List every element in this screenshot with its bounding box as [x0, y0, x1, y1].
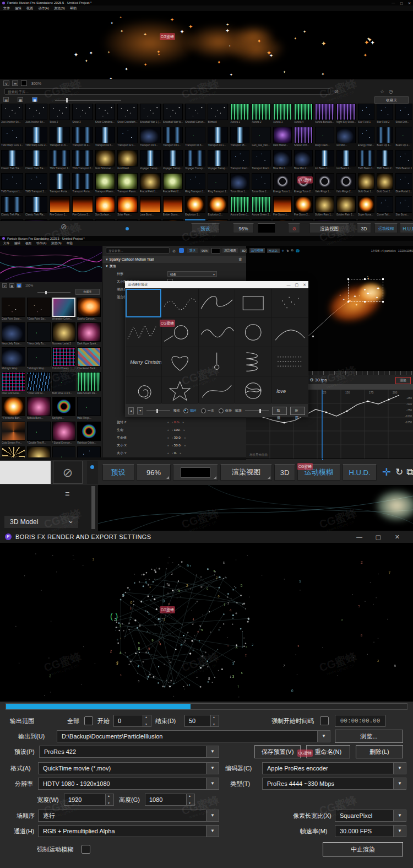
library-cell[interactable]: Snow Grandfath...: [117, 104, 138, 126]
library-cell[interactable]: Ion Beam 1...: [315, 150, 334, 172]
render-view-button[interactable]: 渲染视图: [309, 223, 349, 233]
emitter-thumbnail[interactable]: [77, 347, 101, 366]
emitter-thumbnail[interactable]: [294, 150, 313, 166]
library-cell[interactable]: Scatter Drift...: [294, 127, 313, 149]
library-cell[interactable]: Fire Storm 2...: [294, 196, 313, 218]
library-cell[interactable]: Voyager Transp...: [185, 150, 205, 172]
library-cell[interactable]: Snow 2: [50, 104, 70, 126]
emitter-thumbnail[interactable]: [185, 104, 205, 120]
library-cell[interactable]: Aurora 3: [273, 104, 292, 126]
save-preset-button[interactable]: 保存预置(V): [254, 745, 301, 758]
emitter-thumbnail[interactable]: [336, 127, 356, 143]
library-cell[interactable]: Transport 05...: [230, 127, 249, 149]
minimize-icon[interactable]: —: [356, 531, 362, 543]
library-cell[interactable]: Aqua Dot Field...: [77, 446, 101, 457]
library-cell[interactable]: Halo Rings...: [77, 397, 101, 421]
path-preset-cell[interactable]: love: [272, 376, 308, 405]
library-cell[interactable]: Comet Tail...: [377, 196, 393, 218]
search-input[interactable]: 搜索粒子库...: [4, 88, 330, 95]
emitter-thumbnail[interactable]: [95, 150, 116, 166]
emitter-thumbnail[interactable]: [27, 446, 51, 457]
small-grid-view-icon[interactable]: ▦: [18, 97, 23, 102]
library-cell[interactable]: TMD Beam 2...: [377, 150, 393, 172]
small-grid-view-icon[interactable]: ▦: [9, 283, 14, 288]
emitter-thumbnail[interactable]: [95, 173, 116, 190]
slider-knob[interactable]: [66, 98, 68, 103]
library-cell[interactable]: Golden Rain 1...: [315, 196, 334, 218]
zoom-level-button[interactable]: 96%: [233, 223, 254, 233]
force-motion-blur-checkbox[interactable]: [81, 845, 90, 854]
path-preset-cell[interactable]: [126, 289, 161, 317]
library-cell[interactable]: Star Field 2: [377, 104, 393, 126]
emitter-thumbnail[interactable]: [52, 322, 76, 342]
duplicate-icon[interactable]: ⧉: [406, 465, 413, 479]
recent-clock-icon[interactable]: ◷: [389, 89, 393, 94]
preset-button[interactable]: 预设: [102, 464, 134, 481]
library-cell[interactable]: Fractal Field 1...: [140, 173, 161, 195]
pixel-ar-combo[interactable]: SquarePixel▼: [335, 810, 406, 822]
render-range-button[interactable]: 渲染: [395, 377, 411, 384]
menu-item[interactable]: 动作(A): [38, 6, 49, 11]
library-cell[interactable]: Just Another Sn...: [25, 104, 47, 126]
emitter-thumbnail[interactable]: [1, 173, 23, 190]
dropdown-arrow-icon[interactable]: ▼: [393, 810, 406, 821]
library-cell[interactable]: TNG Transport 2...: [72, 150, 93, 172]
library-cell[interactable]: Gold Dust 2...: [377, 173, 393, 195]
emitter-thumbnail[interactable]: [208, 150, 228, 166]
path-preset-cell[interactable]: [162, 376, 198, 405]
library-cell[interactable]: Energy Torus 1...: [273, 173, 292, 195]
library-cell[interactable]: Classic Trek Tra...: [25, 150, 47, 172]
emitter-thumbnail[interactable]: [25, 173, 47, 190]
emitter-thumbnail[interactable]: [336, 196, 356, 213]
path-preset-cell[interactable]: [235, 376, 271, 405]
emitter-thumbnail[interactable]: [336, 173, 356, 190]
emitter-thumbnail[interactable]: [1, 127, 23, 143]
thumbnail-size-slider[interactable]: [55, 100, 121, 101]
emitter-thumbnail[interactable]: [1, 104, 23, 120]
library-cell[interactable]: * Fireworks Barr...: [2, 397, 25, 421]
monitor-icon[interactable]: ▭: [12, 80, 18, 86]
refresh-icon[interactable]: ↻: [395, 465, 403, 479]
emitter-thumbnail[interactable]: [77, 397, 101, 416]
emitter-thumbnail[interactable]: [185, 173, 205, 190]
large-grid-view-icon[interactable]: ▦: [17, 283, 21, 288]
library-cell[interactable]: Snowball Canon...: [185, 104, 205, 126]
param-value[interactable]: 0.0: [174, 420, 178, 424]
param-row[interactable]: 大小 X« ‹ 50.0 › »: [102, 441, 247, 449]
emitter-thumbnail[interactable]: [294, 196, 313, 213]
3d-button[interactable]: 3D: [240, 249, 247, 253]
force-timecode-checkbox[interactable]: [320, 716, 329, 725]
favorites-star-icon[interactable]: ☆: [380, 89, 384, 94]
emitter-thumbnail[interactable]: [358, 173, 374, 190]
emitter-thumbnail[interactable]: [315, 104, 334, 120]
browse-button[interactable]: 浏览...: [335, 730, 403, 743]
library-cell[interactable]: Fractal Field 2...: [163, 173, 183, 195]
delete-button[interactable]: 删除(L): [356, 745, 403, 758]
library-cell[interactable]: Just Another Sn...: [1, 104, 23, 126]
library-cell[interactable]: Dark Matter...: [273, 127, 292, 149]
library-cell[interactable]: TMD Transport 2...: [25, 173, 47, 195]
maximize-icon[interactable]: ▢: [295, 281, 299, 288]
menu-item[interactable]: 文件: [3, 241, 9, 245]
start-input[interactable]: 0: [113, 715, 143, 727]
emitter-thumbnail[interactable]: [25, 127, 47, 143]
emitter-thumbnail[interactable]: [273, 150, 292, 166]
library-cell[interactable]: Star Burst...: [395, 196, 412, 218]
library-cell[interactable]: Snow 3: [72, 104, 93, 126]
library-cell[interactable]: Halo Rings 2...: [336, 173, 356, 195]
emitter-thumbnail[interactable]: [2, 397, 25, 416]
emitter-thumbnail[interactable]: [395, 127, 412, 143]
preset-combo[interactable]: ProRes 422▼: [39, 746, 219, 758]
emitter-thumbnail[interactable]: [117, 150, 138, 166]
library-cell[interactable]: Data Point Swar...: [2, 298, 25, 322]
timecode-field[interactable]: 00:00:00.00: [335, 715, 385, 727]
emitter-thumbnail[interactable]: [95, 104, 116, 120]
library-cell[interactable]: Transport Porta...: [72, 173, 93, 195]
bg-swatch-button[interactable]: [173, 464, 218, 481]
refresh-icon[interactable]: ↻: [286, 249, 289, 252]
emitter-thumbnail[interactable]: [315, 127, 334, 143]
emitter-thumbnail[interactable]: [140, 127, 161, 143]
path-preset-cell[interactable]: [126, 376, 161, 405]
library-cell[interactable]: Gold Shimmer...: [95, 150, 116, 172]
path-preset-cell[interactable]: [126, 318, 161, 347]
